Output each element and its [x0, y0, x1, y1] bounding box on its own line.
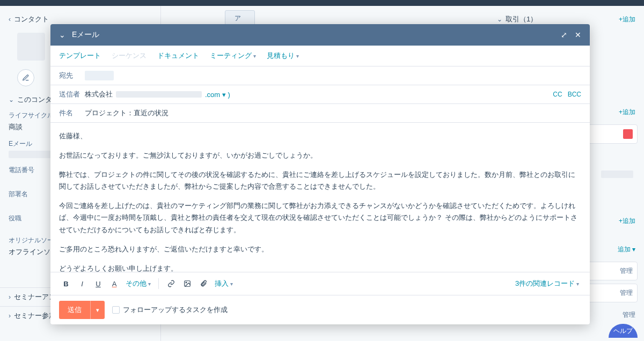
from-field[interactable]: 送信者 株式会社 .com ▾ ) CC BCC	[50, 85, 590, 104]
insert-dropdown[interactable]: 挿入	[213, 279, 235, 288]
bcc-button[interactable]: BCC	[568, 91, 581, 98]
format-toolbar: B I U A その他 挿入 3件の関連レコード	[50, 272, 590, 295]
send-bar: 送信 ▾ フォローアップするタスクを作成	[50, 295, 590, 324]
collapse-icon[interactable]: ⌄	[59, 31, 65, 39]
send-dropdown[interactable]: ▾	[90, 301, 105, 319]
chevron-down-icon[interactable]: ⌄	[497, 16, 502, 23]
body-p6: どうぞよろしくお願い申し上げます。	[59, 263, 581, 272]
subject-label: 件名	[59, 108, 85, 118]
body-p3: 弊社では、プロジェクトの件に関してその後の状況を確認するために、貴社にご連絡を差…	[59, 169, 581, 192]
back-to-contacts[interactable]: コンタクト	[14, 14, 152, 24]
italic-button[interactable]: I	[75, 277, 89, 291]
body-p4: 今回ご連絡を差し上げたのは、貴社のマーケティング部門の業務に関して弊社がお力添え…	[59, 200, 581, 235]
image-icon[interactable]	[180, 277, 194, 291]
note-icon[interactable]	[17, 69, 34, 86]
link-icon[interactable]	[164, 277, 178, 291]
template-button[interactable]: テンプレート	[59, 51, 101, 61]
chevron-right-icon[interactable]: ›	[9, 293, 11, 301]
other-format-dropdown[interactable]: その他	[123, 279, 153, 288]
toolbar: テンプレート シーケンス ドキュメント ミーティング 見積もり	[50, 46, 590, 66]
body-p2: お世話になっております。ご無沙汰しておりますが、いかがお過ごしでしょうか。	[59, 150, 581, 161]
minimize-icon[interactable]: ⤢	[561, 31, 567, 39]
followup-label: フォローアップするタスクを作成	[123, 305, 228, 315]
separator	[158, 278, 159, 289]
chevron-right-icon[interactable]: ›	[9, 312, 11, 320]
deals-title: 取引（1）	[506, 14, 619, 24]
from-label: 送信者	[59, 90, 85, 99]
card-badge	[623, 129, 633, 139]
add-link-1[interactable]: +追加	[619, 108, 635, 117]
redacted-item	[601, 171, 633, 178]
from-domain: .com ▾ )	[205, 91, 230, 99]
bold-button[interactable]: B	[59, 277, 73, 291]
email-compose-modal: ⌄ Eメール ⤢ ✕ テンプレート シーケンス ドキュメント ミーティング 見積…	[50, 24, 590, 324]
sequence-button: シーケンス	[112, 51, 147, 61]
related-records[interactable]: 3件の関連レコード	[513, 279, 581, 288]
manage-link-3[interactable]: 管理	[623, 310, 635, 320]
close-icon[interactable]: ✕	[575, 31, 581, 39]
app-topbar	[0, 0, 644, 6]
body-greeting: 佐藤様、	[59, 130, 581, 142]
quote-dropdown[interactable]: 見積もり	[267, 51, 299, 61]
chevron-down-icon[interactable]: ⌄	[9, 96, 14, 103]
to-label: 宛先	[59, 71, 85, 80]
attachment-icon[interactable]	[196, 277, 210, 291]
to-field[interactable]: 宛先	[50, 66, 590, 85]
subject-field[interactable]: 件名 プロジェクト：直近の状況	[50, 104, 590, 123]
add-link-2[interactable]: +追加	[619, 217, 635, 226]
subject-value: プロジェクト：直近の状況	[85, 108, 169, 118]
textcolor-button[interactable]: A	[107, 277, 121, 291]
document-button[interactable]: ドキュメント	[157, 51, 199, 61]
modal-title: Eメール	[72, 30, 553, 40]
modal-header: ⌄ Eメール ⤢ ✕	[50, 24, 590, 46]
meeting-dropdown[interactable]: ミーティング	[210, 51, 256, 61]
underline-button[interactable]: U	[91, 277, 105, 291]
body-p5: ご多用のところ恐れ入りますが、ご返信いただけますと幸いです。	[59, 243, 581, 255]
add-dropdown[interactable]: 追加 ▾	[618, 245, 635, 254]
followup-checkbox[interactable]: フォローアップするタスクを作成	[112, 305, 228, 315]
send-button[interactable]: 送信	[59, 301, 90, 319]
chevron-left-icon: ‹	[9, 16, 11, 23]
manage-link-2[interactable]: 管理	[620, 288, 633, 298]
manage-link-1[interactable]: 管理	[620, 266, 633, 276]
email-body[interactable]: 佐藤様、 お世話になっております。ご無沙汰しておりますが、いかがお過ごしでしょう…	[50, 123, 590, 272]
checkbox-icon	[112, 306, 120, 314]
from-company: 株式会社	[85, 90, 113, 99]
cc-button[interactable]: CC	[553, 91, 562, 98]
svg-point-3	[186, 282, 187, 283]
from-redacted	[116, 91, 202, 98]
recipient-chip[interactable]	[85, 71, 114, 80]
add-deal[interactable]: +追加	[619, 15, 635, 24]
contact-avatar	[17, 33, 45, 61]
send-button-group: 送信 ▾	[59, 301, 105, 319]
